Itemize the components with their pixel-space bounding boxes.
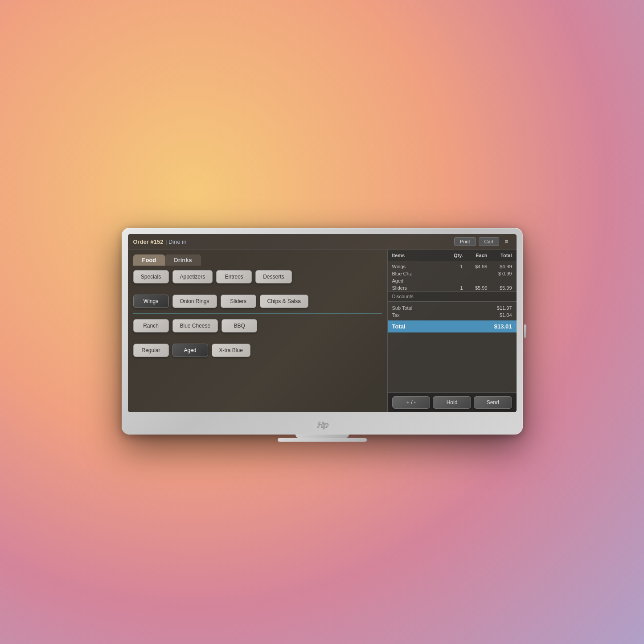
cart-button[interactable]: Cart (479, 237, 500, 246)
main-layout: Food Drinks Specials Appetizers Entrees … (128, 250, 517, 412)
category-specials[interactable]: Specials (133, 270, 169, 283)
screen-bezel: Order #152 | Dine in Print Cart ≡ (128, 234, 517, 412)
tax-label: Tax (392, 312, 400, 318)
item-name-blue-chz: Blue Chz (392, 271, 445, 276)
tab-food[interactable]: Food (133, 254, 165, 266)
total-value: $13.01 (494, 323, 512, 330)
item-each-sliders: $5.99 (463, 285, 488, 291)
header-total: Total (488, 253, 512, 258)
category-appetizers[interactable]: Appetizers (172, 270, 213, 283)
subtotal-row: Sub Total $11.97 (392, 304, 512, 312)
screen-content: Order #152 | Dine in Print Cart ≡ (128, 234, 517, 412)
order-separator: | (165, 238, 168, 245)
header-buttons: Print Cart ≡ (454, 237, 511, 246)
sauce-bbq[interactable]: BBQ (222, 319, 257, 332)
cart-summary: Sub Total $11.97 Tax $1.04 Total $13.01 (388, 301, 517, 332)
print-button[interactable]: Print (454, 237, 476, 246)
divider-1 (133, 289, 382, 289)
item-wings[interactable]: Wings (133, 295, 169, 308)
item-qty-blue-chz (445, 271, 463, 276)
adjust-button[interactable]: + / - (392, 396, 431, 409)
cart-items: Wings 1 $4.99 $4.99 Blue Chz $ 0.99 (388, 261, 517, 392)
monitor: Order #152 | Dine in Print Cart ≡ (122, 228, 523, 435)
hp-logo: ℍ𝕡 (316, 420, 328, 430)
item-each-blue-chz (463, 271, 488, 276)
tax-row: Tax $1.04 (392, 312, 512, 319)
cart-row-wings[interactable]: Wings 1 $4.99 $4.99 (388, 263, 517, 270)
sauce-row: Ranch Blue Cheese BBQ (133, 319, 382, 332)
subtotal-label: Sub Total (392, 305, 413, 311)
header-qty: Qty. (445, 253, 463, 258)
send-button[interactable]: Send (474, 396, 512, 409)
header-each: Each (463, 253, 488, 258)
divider-2 (133, 313, 382, 314)
item-qty-aged (445, 278, 463, 283)
item-name-aged: Aged (392, 278, 445, 283)
item-each-wings: $4.99 (463, 264, 488, 269)
item-total-sliders: $5.99 (488, 285, 512, 291)
menu-panel: Food Drinks Specials Appetizers Entrees … (128, 250, 387, 412)
tab-drinks[interactable]: Drinks (165, 254, 201, 266)
total-label: Total (392, 323, 406, 330)
item-total-blue-chz: $ 0.99 (488, 271, 512, 276)
item-onion-rings[interactable]: Onion Rings (172, 295, 217, 308)
item-total-aged (488, 278, 512, 283)
category-desserts[interactable]: Desserts (255, 270, 291, 283)
order-info: Order #152 | Dine in (133, 238, 187, 246)
subtotal-value: $11.97 (497, 305, 512, 311)
order-number: Order #152 (133, 238, 164, 245)
cart-panel: Items Qty. Each Total Wings 1 $4.99 $4. (387, 250, 517, 412)
tax-value: $1.04 (500, 312, 512, 318)
total-row: Total $13.01 (388, 320, 517, 332)
item-chips-salsa[interactable]: Chips & Salsa (260, 295, 308, 308)
category-entrees[interactable]: Entrees (216, 270, 252, 283)
item-total-wings: $4.99 (488, 264, 512, 269)
menu-icon[interactable]: ≡ (502, 237, 511, 246)
item-sliders[interactable]: Sliders (221, 295, 256, 308)
discounts-section: Discounts (388, 291, 517, 301)
stand-base (295, 435, 349, 438)
size-aged[interactable]: Aged (172, 344, 208, 357)
sauce-blue-cheese[interactable]: Blue Cheese (172, 319, 218, 332)
tab-row: Food Drinks (133, 254, 382, 266)
side-button[interactable] (524, 324, 526, 338)
item-each-aged (463, 278, 488, 283)
header-items: Items (392, 253, 445, 258)
size-regular[interactable]: Regular (133, 344, 169, 357)
item-name-wings: Wings (392, 264, 445, 269)
header-bar: Order #152 | Dine in Print Cart ≡ (128, 234, 517, 250)
appetizer-row: Wings Onion Rings Sliders Chips & Salsa (133, 295, 382, 308)
cart-row-aged[interactable]: Aged (388, 277, 517, 284)
stand-foot (278, 438, 367, 442)
item-qty-wings: 1 (445, 264, 463, 269)
hold-button[interactable]: Hold (433, 396, 471, 409)
order-type: Dine in (168, 238, 186, 245)
action-bar: + / - Hold Send (388, 392, 517, 412)
item-qty-sliders: 1 (445, 285, 463, 291)
cart-row-sliders[interactable]: Sliders 1 $5.99 $5.99 (388, 284, 517, 291)
size-row: Regular Aged X-tra Blue (133, 344, 382, 357)
monitor-frame: Order #152 | Dine in Print Cart ≡ (122, 228, 523, 435)
cart-table-header: Items Qty. Each Total (388, 250, 517, 261)
divider-3 (133, 338, 382, 338)
sauce-ranch[interactable]: Ranch (133, 319, 169, 332)
size-xtra-blue[interactable]: X-tra Blue (212, 344, 250, 357)
cart-row-blue-chz[interactable]: Blue Chz $ 0.99 (388, 270, 517, 277)
item-name-sliders: Sliders (392, 285, 445, 291)
monitor-bottom: ℍ𝕡 (316, 420, 328, 430)
category-row: Specials Appetizers Entrees Desserts (133, 270, 382, 283)
